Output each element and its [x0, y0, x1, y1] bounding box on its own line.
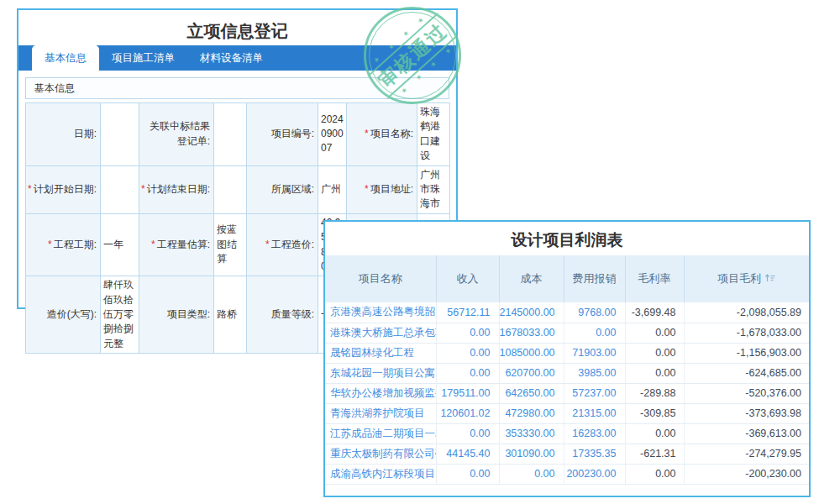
- cost-cell: 620700.00: [499, 363, 564, 383]
- expense-cell: 17335.35: [564, 444, 625, 464]
- column-header-margin: 毛利率: [625, 255, 684, 302]
- field-value-bid-result: [214, 103, 247, 166]
- field-label-text: 项目地址:: [370, 183, 413, 195]
- field-label-text: 所属区域:: [271, 183, 314, 195]
- field-label-bid-result: 关联中标结果登记单:: [139, 103, 214, 166]
- cost-cell: 1085000.00: [499, 343, 564, 363]
- field-label-project-name: *项目名称:: [347, 103, 417, 166]
- cost-cell: 1678033.00: [499, 323, 564, 343]
- tab-basic-info[interactable]: 基本信息: [32, 45, 99, 71]
- column-header-cost: 成本: [499, 255, 564, 302]
- expense-cell: 57237.00: [564, 383, 625, 403]
- expense-cell: 16283.00: [564, 423, 625, 444]
- revenue-cell: 0.00: [436, 343, 499, 363]
- gross-profit-cell: -624,685.00: [684, 363, 809, 383]
- field-label-plan-start: *计划开始日期:: [26, 165, 101, 213]
- tab-material-equipment-list[interactable]: 材料设备清单: [187, 45, 276, 71]
- field-label-text: 质量等级:: [271, 308, 314, 320]
- field-label-project-cost: *工程造价:: [247, 213, 318, 276]
- margin-cell: 0.00: [625, 343, 684, 363]
- expense-cell: 0.00: [564, 323, 625, 343]
- project-name-link[interactable]: 重庆太极制药有限公司亳州: [325, 444, 436, 464]
- column-header-gross-profit[interactable]: 项目毛利: [684, 255, 809, 302]
- project-name-link[interactable]: 青海洪湖养护院项目: [325, 403, 436, 423]
- field-label-region: 所属区域:: [247, 165, 318, 213]
- table-row: 华软办公楼增加视频监控项目 179511.00 642650.00 57237.…: [325, 383, 809, 403]
- required-marker: *: [265, 239, 270, 250]
- field-label-quantity-estimate: *工程量估算:: [139, 213, 214, 276]
- project-name-link[interactable]: 成渝高铁内江标段项目: [325, 464, 436, 484]
- cost-cell: 642650.00: [499, 383, 564, 403]
- field-value-plan-end: [214, 165, 247, 213]
- revenue-cell: 56712.11: [436, 302, 499, 323]
- cost-cell: 0.00: [499, 464, 564, 484]
- margin-cell: -289.88: [625, 383, 684, 403]
- field-value-cost-in-words: 肆仟玖佰玖拾伍万零捌拾捌元整: [101, 276, 139, 354]
- cost-cell: 353330.00: [499, 423, 564, 444]
- column-header-expense: 费用报销: [564, 255, 625, 302]
- field-label-text: 项目名称:: [370, 128, 413, 139]
- required-marker: *: [48, 239, 52, 250]
- field-label-text: 工程工期:: [54, 239, 97, 250]
- field-value-date: [101, 103, 139, 166]
- required-marker: *: [365, 128, 369, 139]
- cost-cell: 301090.00: [499, 444, 564, 464]
- field-label-project-type: 项目类型:: [139, 276, 214, 354]
- margin-cell: -309.85: [625, 403, 684, 423]
- field-label-text: 工程造价:: [271, 239, 314, 250]
- gross-profit-cell: -369,613.00: [684, 423, 809, 444]
- revenue-cell: 0.00: [436, 363, 499, 383]
- expense-cell: 9768.00: [564, 302, 625, 323]
- field-label-text: 造价(大写):: [47, 308, 97, 320]
- project-name-link[interactable]: 京港澳高速公路粤境韶关至高速: [325, 302, 436, 323]
- revenue-cell: 0.00: [436, 423, 499, 444]
- sort-icon[interactable]: [764, 273, 775, 283]
- desktop: 立项信息登记 基本信息 项目施工清单 材料设备清单 基本信息 日期: 关联中标结…: [0, 0, 840, 504]
- field-label-quality-grade: 质量等级:: [247, 276, 318, 354]
- table-row: 港珠澳大桥施工总承包项目 0.00 1678033.00 0.00 0.00 -…: [325, 323, 809, 343]
- field-value-quantity-estimate: 按蓝图结算: [214, 213, 247, 276]
- field-label-cost-in-words: 造价(大写):: [26, 276, 101, 354]
- cost-cell: 2145000.00: [499, 302, 564, 323]
- field-value-project-no: 2024090007: [318, 103, 347, 166]
- profit-window-title: 设计项目利润表: [325, 222, 809, 255]
- registration-window-title: 立项信息登记: [18, 10, 456, 45]
- project-name-link[interactable]: 江苏成品油二期项目一标段: [325, 423, 436, 444]
- profit-table-header-row: 项目名称 收入 成本 费用报销 毛利率 项目毛利: [325, 255, 809, 302]
- field-label-text: 计划开始日期:: [34, 183, 97, 195]
- project-name-link[interactable]: 港珠澳大桥施工总承包项目: [325, 323, 436, 343]
- column-header-revenue: 收入: [436, 255, 499, 302]
- table-row: 京港澳高速公路粤境韶关至高速 56712.11 2145000.00 9768.…: [325, 302, 809, 323]
- gross-profit-cell: -520,376.00: [684, 383, 809, 403]
- expense-cell: 3985.00: [564, 363, 625, 383]
- table-row: 东城花园一期项目公寓大堂 0.00 620700.00 3985.00 0.00…: [325, 363, 809, 383]
- revenue-cell: 120601.02: [436, 403, 499, 423]
- field-label-project-address: *项目地址:: [347, 165, 417, 213]
- revenue-cell: 0.00: [436, 464, 499, 484]
- column-header-gross-profit-label: 项目毛利: [717, 272, 761, 285]
- expense-cell: 21315.00: [564, 403, 625, 423]
- table-row: 重庆太极制药有限公司亳州 44145.40 301090.00 17335.35…: [325, 444, 809, 464]
- required-marker: *: [28, 183, 32, 195]
- field-label-text: 日期:: [74, 128, 97, 139]
- table-row: 江苏成品油二期项目一标段 0.00 353330.00 16283.00 0.0…: [325, 423, 809, 444]
- gross-profit-cell: -1,678,033.00: [684, 323, 809, 343]
- required-marker: *: [141, 183, 145, 195]
- gross-profit-cell: -2,098,055.89: [684, 302, 809, 323]
- gross-profit-cell: -1,156,903.00: [684, 343, 809, 363]
- field-value-project-address: 广州市珠海市: [417, 165, 450, 213]
- field-value-duration: 一年: [101, 213, 139, 276]
- revenue-cell: 0.00: [436, 323, 499, 343]
- project-name-link[interactable]: 华软办公楼增加视频监控项目: [325, 383, 436, 403]
- section-header-basic-info: 基本信息: [25, 77, 449, 99]
- tab-construction-list[interactable]: 项目施工清单: [99, 45, 187, 71]
- form-row: *计划开始日期: *计划结束日期: 所属区域: 广州 *项目地址: 广州市珠海市: [26, 165, 450, 213]
- margin-cell: -621.31: [625, 444, 684, 464]
- project-name-link[interactable]: 晟铭园林绿化工程: [325, 343, 436, 363]
- field-value-region: 广州: [318, 165, 347, 213]
- table-row: 晟铭园林绿化工程 0.00 1085000.00 71903.00 0.00 -…: [325, 343, 809, 363]
- margin-cell: 0.00: [625, 423, 684, 444]
- field-label-duration: *工程工期:: [26, 213, 101, 276]
- project-name-link[interactable]: 东城花园一期项目公寓大堂: [325, 363, 436, 383]
- field-label-text: 项目编号:: [271, 128, 314, 139]
